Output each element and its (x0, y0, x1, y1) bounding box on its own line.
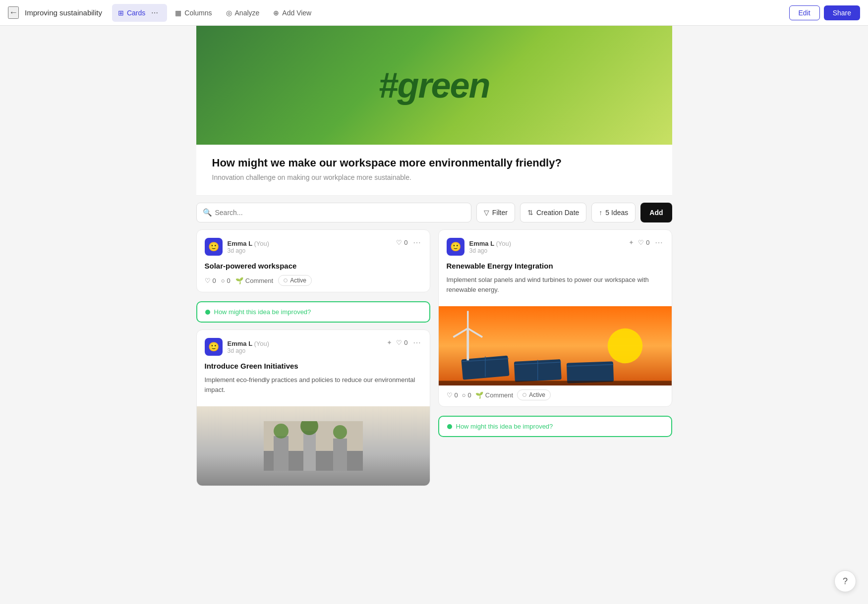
suggestion-text-right: How might this idea be improved? (456, 423, 553, 430)
card-green-initiatives: 🙂 Emma L (You) 3d ago ✦ (196, 329, 430, 486)
card-image-solar (439, 306, 672, 385)
tab-analyze[interactable]: ◎ Analyze (220, 4, 266, 22)
green-svg (264, 421, 363, 471)
add-button[interactable]: Add (640, 203, 672, 222)
comment-icon-2: ○ (462, 391, 466, 399)
nav-tabs: ⊞ Cards ⋯ ▦ Columns ◎ Analyze ⊕ Add View (112, 4, 789, 22)
card-body-2: 🙂 Emma L (You) 3d ago ✦ (439, 230, 672, 306)
card-header-2: 🙂 Emma L (You) 3d ago ✦ (447, 238, 664, 256)
ideas-count-button[interactable]: ↑ 5 Ideas (591, 203, 636, 222)
like-button-2[interactable]: ♡ 0 (638, 239, 649, 246)
like-button-1[interactable]: ♡ 0 (396, 239, 407, 246)
card-like-1[interactable]: ♡ 0 (205, 277, 216, 284)
user-info-2: Emma L (You) 3d ago (469, 240, 512, 254)
card-title-2: Renewable Energy Integration (447, 262, 664, 270)
tab-cards[interactable]: ⊞ Cards ⋯ (112, 4, 167, 22)
sparkle-icon-2: ✦ (629, 239, 634, 246)
svg-point-9 (607, 329, 642, 364)
leaf-icon-1: 🌱 (235, 277, 243, 284)
heart-icon-small-1: ♡ (205, 277, 211, 284)
more-button-1[interactable]: ⋯ (412, 238, 422, 247)
svg-rect-18 (466, 329, 469, 361)
avatar-2: 🙂 (447, 238, 464, 256)
tab-add-view[interactable]: ⊕ Add View (267, 4, 317, 22)
card-user-1: 🙂 Emma L (You) 3d ago (205, 238, 270, 256)
user-name-1: Emma L (You) (228, 240, 270, 247)
suggestion-dot-icon (205, 310, 210, 315)
sparkle-icon-3: ✦ (387, 339, 392, 346)
edit-button[interactable]: Edit (789, 5, 820, 20)
user-info-1: Emma L (You) 3d ago (228, 240, 270, 254)
suggestion-text: How might this idea be improved? (214, 308, 311, 316)
challenge-title: How might we make our workspace more env… (212, 157, 656, 169)
card-footer-1: ♡ 0 ○ 0 🌱 Comment Acti (205, 275, 422, 286)
sparkle-btn-3[interactable]: ✦ (387, 339, 392, 346)
card-comment-count-2[interactable]: ○ 0 (462, 391, 471, 399)
tab-analyze-label: Analyze (235, 9, 260, 17)
card-actions-1: ♡ 0 ⋯ (396, 238, 421, 247)
card-title-1: Solar-powered workspace (205, 262, 422, 270)
svg-rect-22 (439, 381, 672, 386)
svg-point-7 (333, 425, 347, 439)
more-button-2[interactable]: ⋯ (654, 238, 664, 247)
card-comment-btn-2[interactable]: 🌱 Comment (475, 391, 513, 399)
tab-add-view-label: Add View (282, 9, 311, 17)
add-view-icon: ⊕ (273, 9, 279, 17)
tab-columns[interactable]: ▦ Columns (169, 4, 218, 22)
heart-small-2: ♡ (447, 391, 453, 399)
comment-icon-1: ○ (221, 277, 225, 284)
card-header-3: 🙂 Emma L (You) 3d ago ✦ (205, 338, 422, 356)
status-badge-2[interactable]: Active (517, 389, 551, 400)
nav-title: Improving sustainability (25, 8, 102, 17)
comment-num-2: 0 (468, 391, 471, 399)
card-title-3: Introduce Green Initiatives (205, 362, 422, 370)
main-content: #green How might we make our workspace m… (196, 26, 672, 506)
like-num-2: 0 (455, 391, 458, 399)
share-button[interactable]: Share (824, 5, 860, 20)
svg-point-5 (274, 424, 289, 439)
top-nav: ← Improving sustainability ⊞ Cards ⋯ ▦ C… (0, 0, 868, 26)
back-button[interactable]: ← (8, 6, 19, 19)
right-column: 🙂 Emma L (You) 3d ago ✦ (438, 229, 672, 486)
card-user-2: 🙂 Emma L (You) 3d ago (447, 238, 512, 256)
svg-rect-3 (303, 431, 316, 471)
suggestion-prompt-right[interactable]: How might this idea be improved? (438, 416, 672, 437)
card-like-2[interactable]: ♡ 0 (447, 391, 458, 399)
hero-text: #green (378, 65, 489, 106)
comment-label-2: Comment (485, 391, 513, 399)
challenge-header: How might we make our workspace more env… (196, 145, 672, 196)
user-name-3: Emma L (You) (228, 340, 270, 347)
filter-button[interactable]: ▽ Filter (476, 203, 515, 222)
status-badge-1[interactable]: Active (278, 275, 312, 286)
card-actions-2: ✦ ♡ 0 ⋯ (629, 238, 663, 247)
left-column: 🙂 Emma L (You) 3d ago ♡ 0 (196, 229, 430, 486)
like-button-3[interactable]: ♡ 0 (396, 339, 407, 346)
search-box[interactable]: 🔍 (196, 203, 471, 222)
card-body-1: 🙂 Emma L (You) 3d ago ♡ 0 (197, 230, 430, 292)
creation-date-label: Creation Date (536, 209, 579, 217)
suggestion-prompt[interactable]: How might this idea be improved? (196, 301, 430, 323)
cards-grid-icon: ⊞ (118, 9, 124, 17)
more-button-3[interactable]: ⋯ (412, 338, 422, 347)
ideas-count-label: 5 Ideas (605, 209, 628, 217)
solar-svg (439, 306, 672, 385)
sparkle-btn-2[interactable]: ✦ (629, 239, 634, 246)
suggestion-row: How might this idea be improved? (196, 292, 430, 323)
user-you-2: (You) (496, 240, 511, 247)
svg-rect-2 (274, 436, 289, 471)
filter-label: Filter (492, 209, 508, 217)
leaf-icon-2: 🌱 (475, 391, 483, 399)
tab-columns-label: Columns (184, 9, 212, 17)
user-name-2: Emma L (You) (469, 240, 512, 247)
tab-cards-more[interactable]: ⋯ (148, 7, 161, 19)
suggestion-row-right: How might this idea be improved? (438, 407, 672, 437)
search-input[interactable] (215, 209, 465, 217)
challenge-description: Innovation challenge on making our workp… (212, 173, 656, 181)
card-comment-1[interactable]: ○ 0 (221, 277, 231, 284)
toolbar: 🔍 ▽ Filter ⇅ Creation Date ↑ 5 Ideas Add (196, 196, 672, 229)
like-count-1: 0 (404, 239, 407, 246)
like-count-2: 0 (646, 239, 649, 246)
card-comment-btn-1[interactable]: 🌱 Comment (235, 277, 273, 284)
creation-date-button[interactable]: ⇅ Creation Date (520, 203, 586, 222)
nav-actions: Edit Share (789, 5, 860, 20)
